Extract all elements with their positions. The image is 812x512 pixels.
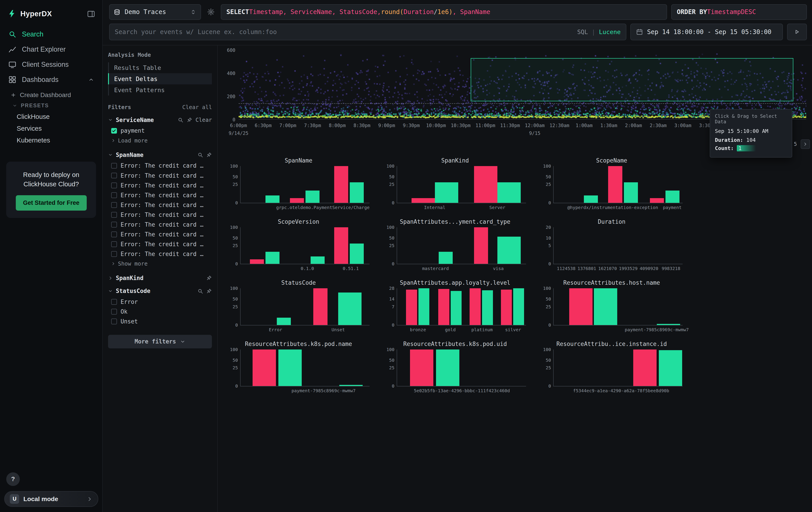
filter-group-header-servicename[interactable]: ServiceNameClear [108,117,212,123]
search-icon[interactable] [198,152,203,158]
create-dashboard-button[interactable]: Create Dashboard [0,89,102,101]
filter-item[interactable]: Error: The credit card (… [108,161,212,170]
bar-selection[interactable] [608,166,622,203]
run-query-button[interactable] [787,24,807,40]
bar-selection[interactable] [411,198,435,203]
search-icon[interactable] [198,288,203,294]
bar-baseline[interactable] [497,182,521,203]
bar-selection[interactable] [438,289,449,325]
bar-selection[interactable] [334,166,348,203]
sql-select-input[interactable]: SELECT Timestamp, ServiceName, StatusCod… [221,4,667,20]
checkbox[interactable] [111,192,117,198]
filter-item[interactable]: Error: The credit card (… [108,200,212,210]
sidebar-item-chart-explorer[interactable]: Chart Explorer [0,42,102,57]
analysis-mode-results-table[interactable]: Results Table [108,62,212,74]
analysis-mode-event-patterns[interactable]: Event Patterns [108,84,212,96]
bar-selection[interactable] [501,290,512,325]
checkbox[interactable] [111,212,117,218]
checkbox[interactable] [111,222,117,227]
date-range-picker[interactable]: Sep 14 18:00:00 - Sep 15 05:30:00 [630,24,783,40]
bar-baseline[interactable] [279,350,302,386]
bar-baseline[interactable] [594,288,617,325]
bar-baseline[interactable] [418,288,429,325]
filter-group-header-spankind[interactable]: SpanKind [108,275,212,281]
filter-item[interactable]: Error [108,297,212,307]
sidebar-preset-services[interactable]: Services [0,123,102,134]
bar-baseline[interactable] [624,182,638,203]
bar-baseline[interactable] [306,191,320,203]
filter-item[interactable]: Ok [108,307,212,317]
pin-icon[interactable] [206,152,212,158]
language-sql-option[interactable]: SQL [577,28,588,35]
bar-baseline[interactable] [350,244,364,264]
sidebar-preset-kubernetes[interactable]: Kubernetes [0,134,102,146]
bar-selection[interactable] [470,288,481,325]
selection-rectangle[interactable] [471,58,793,101]
bar-selection[interactable] [569,288,592,325]
source-select[interactable]: Demo Traces [109,4,201,20]
filter-group-more-link[interactable]: Load more [108,136,212,145]
filter-item[interactable]: Error: The credit card (… [108,171,212,181]
filter-item[interactable]: Error: The credit card (… [108,220,212,230]
filter-group-header-spanname[interactable]: SpanName [108,152,212,158]
bar-baseline[interactable] [311,257,325,264]
sidebar-preset-clickhouse[interactable]: ClickHouse [0,111,102,123]
user-menu[interactable]: U Local mode [4,491,98,507]
bar-selection[interactable] [253,350,276,386]
presets-toggle[interactable]: PRESETS [0,101,102,111]
bar-baseline[interactable] [435,182,458,203]
search-input[interactable] [115,28,573,36]
bar-selection[interactable] [334,227,348,264]
bar-baseline[interactable] [339,385,362,386]
pin-icon[interactable] [186,117,192,123]
bar-selection[interactable] [650,198,664,203]
bar-baseline[interactable] [265,195,280,203]
bar-selection[interactable] [290,198,304,203]
bar-baseline[interactable] [657,324,680,325]
filter-item[interactable]: Error: The credit card (… [108,230,212,239]
filter-item[interactable]: Error: The credit card (… [108,210,212,220]
bar-baseline[interactable] [665,191,679,203]
checkbox[interactable] [111,241,117,247]
bar-baseline[interactable] [350,182,364,203]
filter-item[interactable]: Error: The credit card (… [108,239,212,249]
pin-icon[interactable] [206,288,212,294]
bar-selection[interactable] [474,227,488,264]
bar-selection[interactable] [633,350,657,386]
get-started-button[interactable]: Get Started for Free [16,195,87,211]
bar-baseline[interactable] [451,291,462,325]
sidebar-item-client-sessions[interactable]: Client Sessions [0,57,102,72]
filter-group-header-statuscode[interactable]: StatusCode [108,288,212,294]
checkbox[interactable] [111,309,117,315]
filter-group-clear-button[interactable]: Clear [196,117,212,123]
settings-gear-button[interactable] [205,8,216,16]
clear-all-button[interactable]: Clear all [182,104,212,110]
pager-next-button[interactable] [801,139,810,149]
sidebar-item-search[interactable]: Search [0,27,102,42]
more-filters-button[interactable]: More filters [108,335,212,348]
filter-item[interactable]: Error: The credit card (… [108,190,212,200]
filter-item[interactable]: Unset [108,317,212,326]
bar-baseline[interactable] [513,288,524,325]
pin-icon[interactable] [206,275,212,281]
sidebar-item-dashboards[interactable]: Dashboards [0,72,102,87]
bar-baseline[interactable] [436,350,459,386]
bar-selection[interactable] [250,259,264,264]
checkbox[interactable] [111,202,117,208]
checkbox[interactable] [111,173,117,179]
bar-selection[interactable] [474,166,497,203]
bar-selection[interactable] [410,350,433,386]
bar-baseline[interactable] [497,237,521,264]
order-by-input[interactable]: ORDER BY Timestamp DESC [671,4,807,20]
checkbox[interactable] [111,251,117,257]
analysis-mode-event-deltas[interactable]: Event Deltas [108,73,212,84]
checkbox[interactable] [111,319,117,324]
bar-selection[interactable] [406,290,417,325]
filter-group-more-link[interactable]: Show more [108,259,212,268]
language-lucene-option[interactable]: Lucene [599,28,620,35]
search-icon[interactable] [178,117,183,123]
bar-selection[interactable] [313,288,327,325]
bar-baseline[interactable] [584,195,598,203]
checkbox[interactable] [111,128,117,134]
checkbox[interactable] [111,232,117,237]
